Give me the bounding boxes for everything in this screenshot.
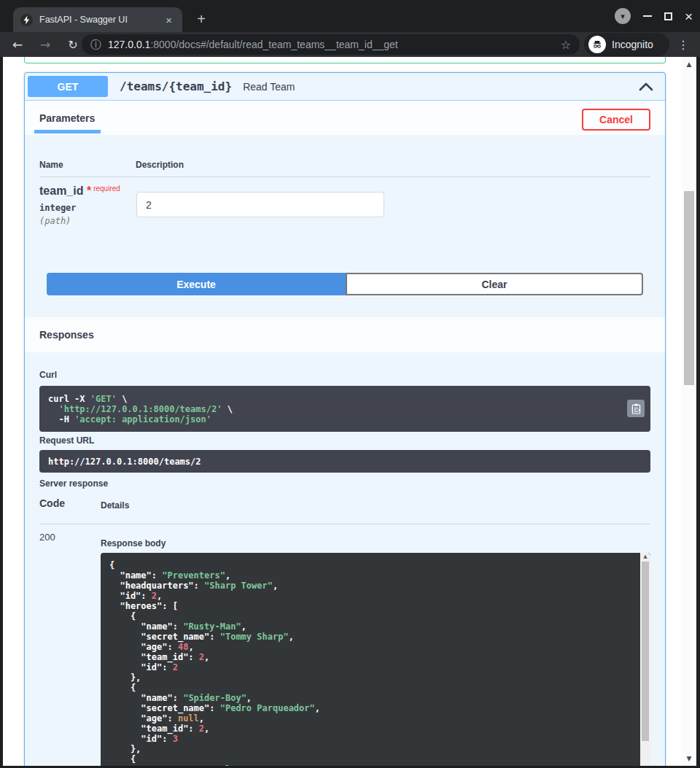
url-text: 127.0.0.1:8000/docs#/default/read_team_t… — [108, 39, 398, 50]
tab-parameters[interactable]: Parameters — [39, 101, 95, 135]
clear-button[interactable]: Clear — [346, 273, 643, 295]
server-response-label: Server response — [39, 478, 108, 489]
param-description-header: Description — [136, 160, 184, 170]
code-column-header: Code — [39, 497, 65, 509]
operation-summary: Read Team — [243, 81, 295, 93]
response-scrollbar[interactable]: ▲ — [640, 553, 650, 766]
required-star: * — [87, 185, 91, 197]
request-url-label: Request URL — [39, 435, 94, 446]
curl-command-block: curl -X 'GET' \ 'http://127.0.0.1:8000/t… — [39, 386, 650, 432]
parameter-location: (path) — [39, 216, 120, 226]
page-scrollbar-thumb[interactable] — [684, 191, 694, 385]
response-scrollbar-thumb[interactable] — [642, 562, 649, 741]
table-divider — [39, 177, 650, 177]
parameter-name: team_id *required — [39, 185, 120, 198]
method-badge: GET — [28, 76, 108, 97]
fastapi-favicon-icon — [20, 14, 33, 26]
opblock-summary[interactable]: GET /teams/{team_id} Read Team — [25, 73, 665, 101]
forward-icon[interactable]: → — [35, 32, 55, 57]
request-url-block: http://127.0.0.1:8000/teams/2 — [39, 450, 650, 473]
page-viewport: GET /teams/{team_id} Read Team Parameter… — [3, 57, 696, 766]
parameters-tab-bar: Parameters — [25, 101, 665, 135]
window-maximize-button[interactable] — [664, 12, 672, 20]
collapse-chevron-icon[interactable] — [639, 82, 653, 91]
incognito-label: Incognito — [612, 39, 653, 50]
url-path: :8000/docs#/default/read_team_teams__tea… — [150, 39, 397, 50]
page-scroll-up-icon[interactable]: ▲ — [682, 61, 696, 68]
responses-title: Responses — [39, 329, 94, 341]
browser-tab[interactable]: FastAPI - Swagger UI × — [13, 7, 182, 32]
response-body-json: { "name": "Preventers", "headquarters": … — [101, 553, 650, 766]
browser-tab-strip: FastAPI - Swagger UI × + ▾ × — [0, 0, 700, 32]
browser-menu-icon[interactable]: ⋮ — [672, 32, 694, 57]
bookmark-star-icon[interactable]: ☆ — [561, 38, 571, 52]
tab-title: FastAPI - Swagger UI — [39, 15, 163, 25]
page-scroll-down-icon[interactable]: ▼ — [682, 755, 696, 762]
browser-toolbar: ← → ↻ ⓘ 127.0.0.1:8000/docs#/default/rea… — [0, 32, 700, 57]
copy-to-clipboard-button[interactable] — [627, 400, 645, 417]
response-body-block: { "name": "Preventers", "headquarters": … — [101, 553, 650, 766]
tab-close-icon[interactable]: × — [163, 13, 175, 27]
parameter-name-text: team_id — [39, 185, 83, 197]
status-code: 200 — [39, 532, 55, 543]
page-info-icon[interactable]: ⓘ — [90, 38, 101, 52]
cancel-button[interactable]: Cancel — [582, 109, 650, 131]
clipboard-icon — [631, 403, 641, 414]
response-table-divider — [39, 524, 650, 524]
operation-path: /teams/{team_id} — [120, 79, 232, 93]
opblock-get-teams: GET /teams/{team_id} Read Team Parameter… — [24, 72, 666, 766]
incognito-badge: Incognito — [584, 33, 669, 56]
reload-icon[interactable]: ↻ — [63, 32, 83, 57]
window-controls: ▾ × — [615, 4, 693, 28]
back-icon[interactable]: ← — [7, 32, 28, 57]
execute-button[interactable]: Execute — [47, 273, 346, 295]
previous-opblock-edge — [24, 57, 666, 63]
curl-label: Curl — [39, 370, 57, 380]
team-id-input[interactable] — [136, 192, 384, 217]
parameter-row: team_id *required integer (path) — [39, 185, 120, 226]
request-url-value: http://127.0.0.1:8000/teams/2 — [48, 457, 201, 467]
parameter-type: integer — [39, 203, 120, 213]
new-tab-button[interactable]: + — [191, 9, 211, 29]
page-scrollbar[interactable]: ▲ ▼ — [682, 57, 696, 766]
window-minimize-button[interactable] — [643, 15, 652, 17]
address-bar[interactable]: ⓘ 127.0.0.1:8000/docs#/default/read_team… — [82, 34, 580, 55]
url-host: 127.0.0.1 — [108, 39, 150, 50]
window-close-button[interactable]: × — [685, 9, 693, 23]
curl-command: curl -X 'GET' \ 'http://127.0.0.1:8000/t… — [48, 394, 642, 424]
browser-update-icon[interactable]: ▾ — [615, 8, 631, 24]
response-scroll-up-icon[interactable]: ▲ — [640, 554, 650, 559]
param-name-header: Name — [39, 160, 63, 170]
required-label: required — [93, 185, 120, 193]
details-column-header: Details — [101, 500, 129, 511]
responses-section-header: Responses — [25, 317, 665, 352]
response-body-label: Response body — [101, 538, 166, 548]
incognito-icon — [588, 36, 606, 53]
